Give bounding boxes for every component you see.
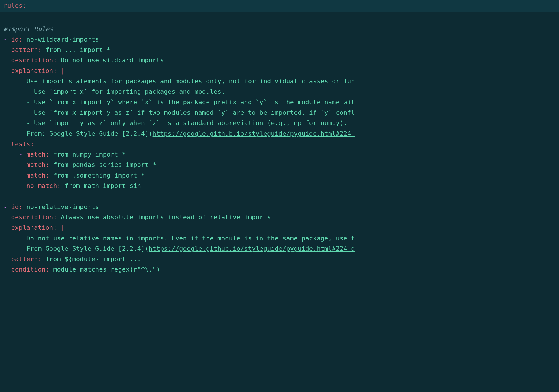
yaml-value: no-relative-imports bbox=[27, 203, 99, 210]
yaml-key-match: match bbox=[27, 151, 46, 158]
list-dash: - bbox=[19, 182, 22, 189]
yaml-key-id: id bbox=[11, 36, 19, 43]
highlighted-line[interactable]: rules: bbox=[0, 0, 559, 12]
yaml-key-tests: tests bbox=[11, 140, 30, 148]
yaml-key-rules: rules bbox=[3, 2, 22, 9]
list-dash: - bbox=[3, 203, 7, 210]
yaml-key-explanation: explanation bbox=[11, 67, 53, 74]
explanation-text: - Use `import x` for importing packages … bbox=[27, 88, 225, 95]
yaml-value: from ${module} import ... bbox=[46, 255, 141, 263]
explanation-text: Do not use relative names in imports. Ev… bbox=[27, 235, 355, 242]
yaml-key-condition: condition bbox=[11, 266, 46, 273]
yaml-value: from pandas.series import * bbox=[53, 161, 156, 168]
yaml-pipe: | bbox=[61, 224, 65, 231]
explanation-text: Use import statements for packages and m… bbox=[27, 78, 355, 85]
yaml-key-description: description bbox=[11, 56, 53, 64]
yaml-key-match: match bbox=[27, 172, 46, 179]
list-dash: - bbox=[19, 172, 22, 179]
yaml-value: module.matches_regex(r"^\.") bbox=[53, 266, 160, 273]
explanation-text: - Use `from x import y as z` if two modu… bbox=[27, 109, 355, 116]
yaml-value: from .something import * bbox=[53, 172, 145, 179]
yaml-key-nomatch: no-match bbox=[27, 182, 57, 189]
url-link[interactable]: https://google.github.io/styleguide/pygu… bbox=[153, 130, 355, 137]
yaml-key-pattern: pattern bbox=[11, 255, 38, 263]
yaml-key-pattern: pattern bbox=[11, 46, 38, 53]
yaml-key-match: match bbox=[27, 161, 46, 168]
yaml-pipe: | bbox=[61, 67, 65, 74]
explanation-text: From: Google Style Guide [2.2.4]( bbox=[27, 130, 153, 137]
url-link[interactable]: https://google.github.io/styleguide/pygu… bbox=[149, 245, 355, 252]
explanation-text: - Use `import y as z` only when `z` is a… bbox=[27, 119, 348, 127]
explanation-text: From Google Style Guide [2.2.4]( bbox=[27, 245, 149, 252]
explanation-text: - Use `from x import y` where `x` is the… bbox=[27, 99, 355, 106]
list-dash: - bbox=[19, 151, 22, 158]
yaml-value: from math import sin bbox=[65, 182, 141, 189]
yaml-key-explanation: explanation bbox=[11, 224, 53, 231]
yaml-key-description: description bbox=[11, 214, 53, 221]
yaml-comment: #Import Rules bbox=[3, 25, 53, 33]
code-editor-content[interactable]: #Import Rules - id: no-wildcard-imports … bbox=[0, 12, 559, 280]
yaml-value: from numpy import * bbox=[53, 151, 126, 158]
colon: : bbox=[22, 2, 26, 9]
yaml-value: Do not use wildcard imports bbox=[61, 56, 164, 64]
yaml-value: from ... import * bbox=[46, 46, 110, 53]
yaml-key-id: id bbox=[11, 203, 19, 210]
yaml-value: no-wildcard-imports bbox=[27, 36, 99, 43]
list-dash: - bbox=[19, 161, 22, 168]
list-dash: - bbox=[3, 36, 7, 43]
yaml-value: Always use absolute imports instead of r… bbox=[61, 214, 271, 221]
